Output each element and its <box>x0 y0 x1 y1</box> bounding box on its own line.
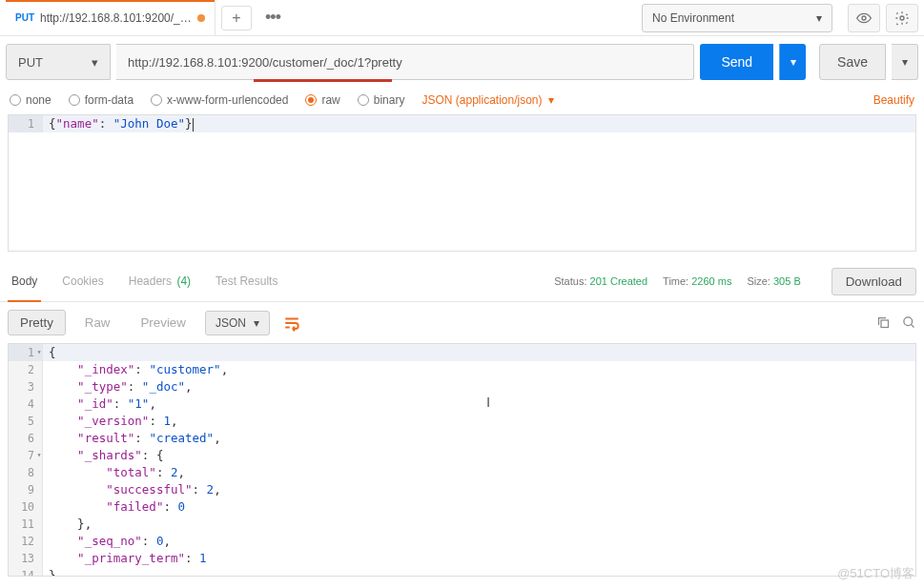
request-body-editor[interactable]: 1 {"name": "John Doe"} <box>8 114 916 252</box>
chevron-down-icon: ▾ <box>816 11 822 25</box>
tab-method-badge: PUT <box>15 12 34 23</box>
body-type-row: none form-data x-www-form-urlencoded raw… <box>0 88 924 114</box>
http-method-select[interactable]: PUT ▾ <box>6 44 111 80</box>
line-number: 6 <box>9 430 43 447</box>
line-number: 4 <box>9 395 43 413</box>
text-cursor-icon: I <box>486 394 490 410</box>
search-icon <box>902 315 916 330</box>
url-highlight-underline <box>254 79 392 82</box>
svg-rect-2 <box>881 320 889 328</box>
unsaved-dot-icon <box>197 14 205 22</box>
chevron-down-icon: ▾ <box>548 93 554 107</box>
tab-cookies[interactable]: Cookies <box>58 267 107 295</box>
line-number: 14 <box>9 567 43 577</box>
line-number: 9 <box>9 481 43 498</box>
tab-overflow-button[interactable]: ••• <box>257 6 288 30</box>
tab-test-results[interactable]: Test Results <box>212 267 281 295</box>
tab-bar: PUT http://192.168.8.101:9200/_clust + •… <box>0 0 924 36</box>
svg-point-3 <box>904 317 913 326</box>
time-value: 2260 ms <box>691 275 731 287</box>
line-number: 7 <box>9 447 43 464</box>
tab-body[interactable]: Body <box>8 267 41 295</box>
tab-title: http://192.168.8.101:9200/_clust <box>40 11 192 25</box>
line-number: 3 <box>9 378 43 395</box>
line-number: 12 <box>9 533 43 550</box>
watermark: @51CTO博客 <box>837 565 914 582</box>
settings-button[interactable] <box>886 4 918 32</box>
line-number: 5 <box>9 413 43 430</box>
new-tab-button[interactable]: + <box>221 6 252 30</box>
line-number: 10 <box>9 498 43 516</box>
response-meta: Status: 201 Created Time: 2260 ms Size: … <box>554 275 801 287</box>
radio-icon <box>358 94 369 106</box>
save-options-button[interactable]: ▾ <box>892 44 918 80</box>
line-number: 1 <box>9 115 43 132</box>
body-type-form-data[interactable]: form-data <box>69 93 133 107</box>
radio-icon <box>69 94 80 106</box>
send-button[interactable]: Send <box>700 44 773 80</box>
tab-headers[interactable]: Headers (4) <box>125 267 195 295</box>
body-type-raw[interactable]: raw <box>305 93 339 107</box>
copy-button[interactable] <box>876 315 891 330</box>
line-number: 11 <box>9 516 43 533</box>
view-preview-button[interactable]: Preview <box>129 311 196 335</box>
request-tab[interactable]: PUT http://192.168.8.101:9200/_clust <box>6 0 216 36</box>
view-pretty-button[interactable]: Pretty <box>8 310 66 335</box>
chevron-down-icon: ▾ <box>92 55 98 70</box>
svg-point-1 <box>900 16 904 20</box>
body-type-none[interactable]: none <box>10 93 51 107</box>
response-language-select[interactable]: JSON ▾ <box>205 311 270 335</box>
download-button[interactable]: Download <box>832 268 916 295</box>
radio-icon <box>151 94 162 106</box>
response-body-editor[interactable]: 1{2 "_index": "customer",3 "_type": "_do… <box>8 343 916 577</box>
view-raw-button[interactable]: Raw <box>73 311 122 335</box>
search-button[interactable] <box>902 315 916 330</box>
gear-icon <box>894 10 910 26</box>
response-tabs-row: Body Cookies Headers (4) Test Results St… <box>0 261 924 302</box>
line-number: 8 <box>9 464 43 481</box>
line-wrap-button[interactable] <box>277 314 306 332</box>
line-number: 1 <box>9 344 43 361</box>
beautify-button[interactable]: Beautify <box>873 93 914 107</box>
environment-select[interactable]: No Environment ▾ <box>642 4 832 32</box>
environment-value: No Environment <box>652 11 734 25</box>
send-options-button[interactable]: ▾ <box>779 44 806 80</box>
body-type-binary[interactable]: binary <box>358 93 405 107</box>
request-builder-row: PUT ▾ Send ▾ Save ▾ <box>0 36 924 88</box>
svg-point-0 <box>862 16 866 20</box>
content-type-select[interactable]: JSON (application/json) ▾ <box>421 93 553 107</box>
response-format-row: Pretty Raw Preview JSON ▾ <box>0 302 924 343</box>
url-input[interactable] <box>116 44 694 80</box>
body-type-urlencoded[interactable]: x-www-form-urlencoded <box>151 93 288 107</box>
save-button[interactable]: Save <box>819 44 886 80</box>
headers-count: (4) <box>176 274 191 288</box>
http-method-value: PUT <box>18 55 43 70</box>
line-number: 2 <box>9 361 43 378</box>
size-value: 305 B <box>773 275 801 287</box>
environment-quicklook-button[interactable] <box>848 4 880 32</box>
chevron-down-icon: ▾ <box>254 316 259 330</box>
wrap-icon <box>283 314 300 332</box>
status-value: 201 Created <box>590 275 648 287</box>
line-number: 13 <box>9 550 43 567</box>
copy-icon <box>876 315 891 330</box>
radio-selected-icon <box>305 94 317 106</box>
eye-icon <box>856 10 872 26</box>
radio-icon <box>10 94 21 106</box>
